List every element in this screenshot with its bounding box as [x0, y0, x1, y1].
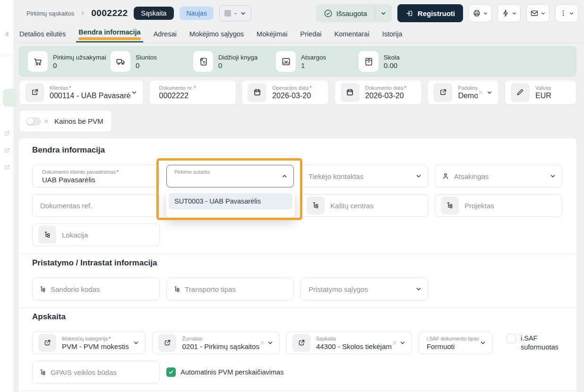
chevron-down-icon[interactable]	[133, 340, 139, 346]
gpais-veiklos-budas-field[interactable]: GPAIS veiklos būdas	[32, 361, 160, 383]
chevron-down-icon[interactable]	[550, 173, 556, 179]
tab-komentarai[interactable]: Komentarai	[335, 30, 369, 43]
sliver-highlight	[3, 89, 17, 107]
chevron-down-icon	[483, 11, 488, 16]
chevron-down-icon[interactable]	[415, 286, 422, 292]
form-panel: Bendra informacija Dokumento kliento pav…	[19, 138, 576, 392]
tab-mokejimai[interactable]: Mokėjimai	[257, 30, 287, 43]
divider	[19, 391, 576, 391]
mokesciu-kategorija-field[interactable]: Mokesčių kategorija*PVM - PVM mokestis	[32, 332, 146, 354]
clear-icon[interactable]	[259, 340, 265, 346]
section-title-delivery: Pristatymo / Intrastat informacija	[32, 258, 563, 268]
toggle-label: Kainos be PVM	[54, 117, 103, 125]
lokacija-field[interactable]: Lokacija	[32, 223, 160, 246]
chevron-down-icon[interactable]	[131, 89, 137, 96]
color-select[interactable]: -	[219, 5, 251, 21]
external-link-icon	[25, 83, 44, 102]
pristatymo-salygos-field[interactable]: Pristatymo sąlygos	[301, 278, 428, 300]
external-link-icon	[433, 83, 452, 102]
status-badge: Naujas	[180, 7, 214, 20]
tiekejo-kontaktas-field[interactable]: Tiekėjo kontaktas	[301, 165, 428, 187]
calendar-icon	[248, 83, 266, 102]
dokumento-nr-field[interactable]: Dokumento nr.*0002222	[149, 80, 236, 105]
saved-button[interactable]: Išsaugota	[316, 4, 375, 22]
tree-select-icon	[39, 286, 46, 293]
valiuta-field[interactable]: ValiutaEUR	[505, 80, 576, 105]
register-button[interactable]: Registruoti	[397, 4, 463, 22]
chevron-down-icon	[569, 11, 574, 16]
more-menu-button[interactable]	[555, 4, 578, 22]
tree-select-icon	[38, 226, 56, 244]
saskaita-field[interactable]: Sąskaita44300 - Skolos tiekėjams už	[286, 332, 412, 354]
zurnalas-field[interactable]: Žurnalas0201 - Pirkimų sąskaitos	[152, 332, 279, 354]
tree-select-icon	[39, 369, 46, 376]
tab-detalios-eilutes[interactable]: Detalios eilutės	[19, 30, 66, 43]
operacijos-data-field[interactable]: Operacijos data*2026-03-20	[241, 80, 329, 105]
kainos-be-pvm-toggle[interactable]	[26, 117, 41, 126]
email-button[interactable]	[526, 4, 550, 22]
tab-adresai[interactable]: Adresai	[154, 30, 177, 43]
external-link-icon	[292, 334, 310, 352]
external-link-icon	[158, 334, 176, 352]
tree-select-icon	[441, 196, 459, 214]
isaf-suformuotas-label: i.SAF suformuotas	[521, 334, 563, 352]
saved-label: Išsaugota	[336, 9, 367, 17]
stat-shipments[interactable]: Siuntos0	[111, 51, 193, 72]
pirkimo-sutartis-dropdown-list: SUT0003 - UAB Pavasarėlis	[166, 191, 295, 218]
padalinys-field[interactable]: PadalinysDemo	[427, 80, 499, 105]
clear-icon[interactable]	[478, 90, 483, 95]
toggle-clear-icon[interactable]: ✕	[44, 118, 49, 125]
pirkimo-sutartis-field[interactable]: Pirkimo sutartis	[166, 165, 294, 187]
isaf-suformuotas-checkbox[interactable]	[507, 334, 516, 343]
debt-icon	[359, 51, 378, 72]
tab-mokejimo-salygos[interactable]: Mokėjimo sąlygos	[189, 30, 244, 43]
printer-icon	[472, 9, 481, 17]
chevron-down-icon[interactable]	[267, 340, 274, 346]
dokumento-kliento-pavadinimas-field[interactable]: Dokumento kliento pavadinimas*UAB Pavasa…	[32, 165, 160, 187]
kastu-centras-field[interactable]: Kaštų centras	[301, 194, 428, 217]
section-title-general: Bendra informacija	[32, 145, 563, 155]
chevron-down-icon[interactable]	[486, 89, 493, 96]
external-link-icon	[38, 334, 56, 352]
saved-dropdown-toggle[interactable]	[375, 4, 392, 22]
color-select-value: -	[234, 9, 237, 17]
tab-istorija[interactable]: Istorija	[382, 30, 403, 43]
chevron-down-icon[interactable]	[399, 340, 406, 346]
tab-bendra-informacija[interactable]: Bendra informacija	[78, 28, 140, 43]
dokumento-data-field[interactable]: Dokumento data*2026-03-20	[335, 80, 422, 105]
tab-priedai[interactable]: Priedai	[300, 30, 321, 43]
tree-select-icon	[173, 286, 180, 293]
chevron-down-icon	[240, 10, 246, 17]
chevron-up-icon[interactable]	[281, 173, 288, 179]
isaf-dokumento-tipas-field[interactable]: i.SAF dokumento tipasFormuoti	[419, 332, 492, 354]
section-title-accounting: Apskaita	[32, 312, 563, 322]
document-number: 0002222	[91, 8, 128, 18]
chevron-down-icon[interactable]	[480, 340, 486, 346]
dokumentas-ref-field[interactable]: Dokumentas ref.	[32, 194, 160, 217]
actions-button[interactable]	[498, 4, 521, 22]
stat-general-ledger[interactable]: Didžioji knyga0	[193, 51, 276, 72]
automatinis-pvm-checkbox[interactable]	[166, 367, 176, 377]
stat-purchase-orders[interactable]: Pirkimų užsakymai0	[28, 51, 111, 72]
register-label: Registruoti	[418, 9, 455, 17]
breadcrumb[interactable]: Pirkimų sąskaitos	[26, 10, 74, 17]
stat-inventory[interactable]: Atsargos1	[276, 51, 359, 72]
transporto-tipas-field[interactable]: Transporto tipas	[166, 278, 294, 300]
chevron-down-icon	[512, 11, 517, 16]
atsakingas-field[interactable]: Atsakingas	[435, 165, 562, 187]
divider	[19, 307, 576, 308]
print-button[interactable]	[469, 4, 492, 22]
clear-icon[interactable]	[392, 340, 397, 346]
check-circle-icon	[324, 9, 333, 18]
envelope-icon	[530, 9, 539, 17]
automatinis-pvm-label: Automatinis PVM perskaičiavimas	[180, 368, 283, 377]
sandorio-kodas-field[interactable]: Sandorio kodas	[32, 278, 160, 300]
klientas-field[interactable]: Klientas*000114 - UAB Pavasarėlis	[19, 80, 144, 105]
chevron-down-icon[interactable]	[415, 173, 422, 179]
tab-bar: Detalios eilutės Bendra informacija Adre…	[14, 26, 584, 43]
person-icon	[442, 172, 449, 180]
saved-split-button[interactable]: Išsaugota	[316, 4, 392, 22]
projektas-field[interactable]: Projektas	[435, 194, 562, 217]
stat-debt[interactable]: Skola0.00	[359, 51, 441, 72]
dropdown-option[interactable]: SUT0003 - UAB Pavasarėlis	[169, 193, 292, 209]
